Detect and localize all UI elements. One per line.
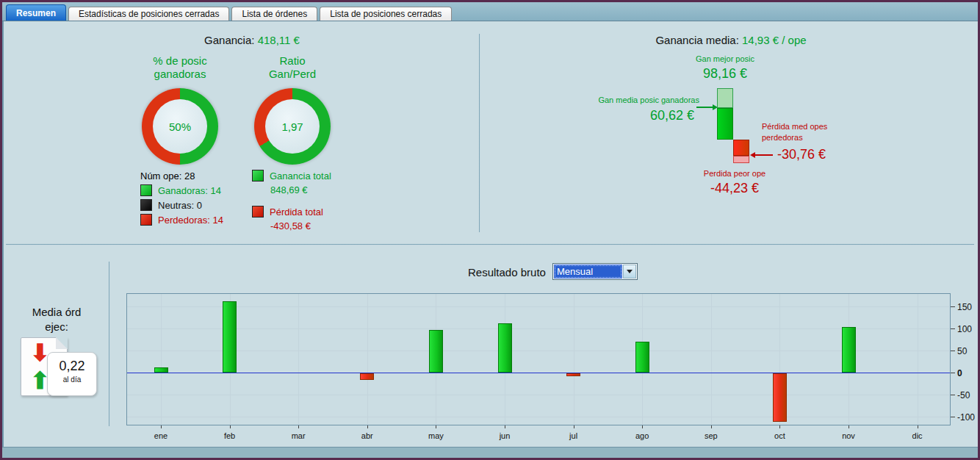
legend-item-value: -430,58 € xyxy=(270,219,331,234)
tab-estad-sticas-de-posiciones-cerradas[interactable]: Estadísticas de posiciones cerradas xyxy=(68,7,229,21)
bar-abr xyxy=(360,373,374,380)
gridline-vertical xyxy=(367,294,368,425)
x-tick-label-ene: ene xyxy=(139,431,183,440)
x-tick-label-feb: feb xyxy=(208,431,252,440)
x-tick-label-abr: abr xyxy=(345,431,389,440)
best-position-label: Gan mejor posic xyxy=(670,54,780,63)
donut-ratio-title: Ratio Gan/Perd xyxy=(237,54,347,81)
x-axis-tick xyxy=(849,425,849,428)
worst-position-label: Perdida peor ope xyxy=(680,169,790,178)
legend-item: Ganancia total xyxy=(252,168,331,183)
x-tick-label-jul: jul xyxy=(552,431,596,440)
legend-item-label: Neutras: 0 xyxy=(158,200,202,211)
x-tick-label-may: may xyxy=(414,431,458,440)
gridline-horizontal xyxy=(127,328,950,329)
donut-win-title: % de posic ganadoras xyxy=(125,54,235,81)
x-axis-tick xyxy=(367,425,368,428)
gain-value: 418,11 € xyxy=(258,34,300,46)
avg-loss-value: -30,76 € xyxy=(777,147,826,162)
avg-orders-value-box: 0,22 al día xyxy=(47,352,97,396)
x-tick-label-oct: oct xyxy=(757,431,801,440)
gridline-vertical xyxy=(298,294,299,425)
legend-item-label: Ganadoras: 14 xyxy=(158,185,221,196)
tab-bar: ResumenEstadísticas de posiciones cerrad… xyxy=(2,2,978,21)
green-swatch-icon xyxy=(252,170,264,182)
y-axis-tick xyxy=(951,373,955,373)
legend-item-value: 848,69 € xyxy=(270,183,331,198)
page-fold-corner xyxy=(56,337,68,349)
period-select-arrow-button[interactable] xyxy=(623,265,636,278)
left-frame-line xyxy=(2,2,4,458)
gridline-horizontal xyxy=(127,417,950,417)
period-select-value[interactable]: Mensual xyxy=(554,265,622,278)
red-swatch-icon xyxy=(252,206,264,218)
red-swatch-icon xyxy=(140,214,152,226)
x-axis-tick xyxy=(161,425,162,428)
bar-may xyxy=(429,330,443,373)
bar-feb xyxy=(223,301,237,373)
x-axis-tick xyxy=(574,425,574,428)
bar-ago xyxy=(635,342,649,373)
avg-gain-label: Ganancia media: xyxy=(655,34,738,46)
y-axis-tick-label: 150 xyxy=(957,302,980,312)
tab-lista-de-rdenes[interactable]: Lista de órdenes xyxy=(231,7,317,21)
num-ope-row: Núm ope: 28 xyxy=(140,168,223,183)
legend-item: Neutras: 0 xyxy=(140,198,223,212)
green-swatch-icon xyxy=(140,184,152,196)
avg-loss-label-line1: Pérdida med opes xyxy=(762,122,827,131)
app-window: ResumenEstadísticas de posiciones cerrad… xyxy=(0,0,980,460)
y-axis-tick-label: 0 xyxy=(957,368,980,378)
gridline-vertical xyxy=(574,294,574,425)
black-swatch-icon xyxy=(140,199,152,211)
x-tick-label-sep: sep xyxy=(689,431,733,440)
y-axis-tick xyxy=(951,417,955,417)
top-panels-divider xyxy=(479,34,480,232)
gain-header: Ganancia: 418,11 € xyxy=(87,34,417,46)
x-axis-tick xyxy=(298,425,299,428)
donut-ratio-center-value: 1,97 xyxy=(281,121,303,133)
y-axis-tick-label: -100 xyxy=(957,412,980,423)
positions-legend: Núm ope: 28 Ganadoras: 14Neutras: 0Perde… xyxy=(140,168,223,227)
x-tick-label-jun: jun xyxy=(483,431,527,440)
gridline-vertical xyxy=(711,294,712,425)
legend-item-label: Perdedoras: 14 xyxy=(158,215,223,226)
monthly-bar-chart: 150100500-50-100enefebmarabrmayjunjulago… xyxy=(126,293,951,425)
x-axis-tick xyxy=(642,425,643,428)
x-axis-tick xyxy=(711,425,712,428)
result-label: Resultado bruto xyxy=(468,266,546,278)
gridline-vertical xyxy=(918,294,918,425)
legend-item-label: Pérdida total xyxy=(270,206,323,218)
x-tick-label-mar: mar xyxy=(276,431,320,440)
legend-item: Perdedoras: 14 xyxy=(140,212,223,227)
num-ope-label: Núm ope: 28 xyxy=(140,170,195,182)
worst-loss-segment xyxy=(733,156,749,163)
x-tick-label-ago: ago xyxy=(620,431,664,440)
avg-loss-arrow-icon xyxy=(755,154,773,156)
y-axis-tick-label: 50 xyxy=(957,346,980,356)
avg-win-label: Gan media posic ganadoras xyxy=(552,96,699,104)
x-axis-tick xyxy=(505,425,505,428)
x-tick-label-dic: dic xyxy=(896,431,940,440)
gain-label: Ganancia: xyxy=(204,34,254,46)
gridline-vertical xyxy=(161,294,162,425)
avg-orders-label: Media órd ejec: xyxy=(16,305,97,334)
tab-resumen[interactable]: Resumen xyxy=(6,4,66,21)
donut-win-center-value: 50% xyxy=(169,121,191,133)
avg-loss-label-line2: perdedoras xyxy=(762,133,803,142)
bar-oct xyxy=(773,373,787,422)
y-axis-tick xyxy=(951,351,955,351)
x-axis-tick xyxy=(436,425,436,428)
bar-nov xyxy=(842,327,856,373)
y-axis-tick xyxy=(951,395,955,395)
bar-jul xyxy=(566,373,580,376)
y-axis-tick xyxy=(951,328,955,329)
avg-win-value: 60,62 € xyxy=(552,108,694,123)
legend-item: Ganadoras: 14 xyxy=(140,183,223,198)
tab-lista-de-posiciones-cerradas[interactable]: Lista de posiciones cerradas xyxy=(320,7,452,21)
x-tick-label-nov: nov xyxy=(826,431,871,440)
avg-loss-segment xyxy=(733,140,749,156)
period-select[interactable]: Mensual xyxy=(552,263,638,280)
bar-jun xyxy=(498,323,512,373)
avg-orders-value: 0,22 xyxy=(48,359,96,374)
gridline-horizontal xyxy=(127,306,950,307)
